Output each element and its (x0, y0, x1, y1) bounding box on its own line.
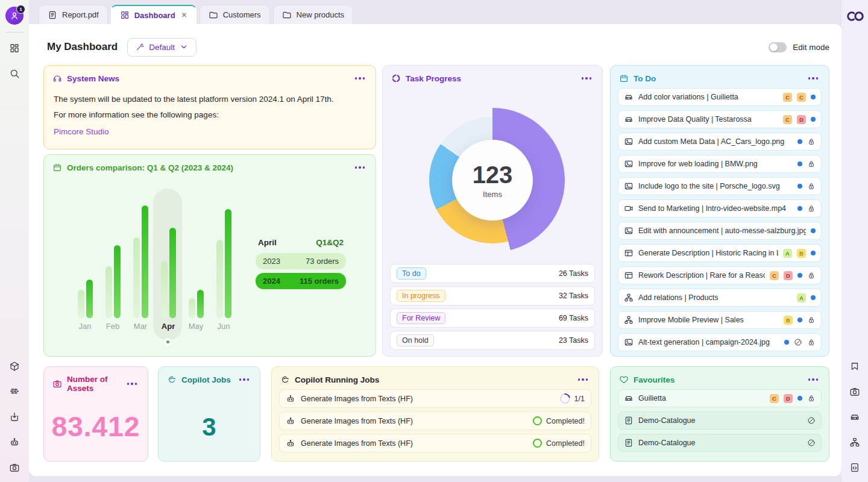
task-status-row-in-progress[interactable]: In progress32 Tasks (390, 286, 595, 305)
bar-2023 (161, 261, 168, 318)
video-icon (624, 204, 634, 213)
blocked-icon (794, 338, 802, 346)
rail-button-bookmark-icon[interactable] (848, 359, 862, 374)
task-status-row-to-do[interactable]: To do26 Tasks (390, 264, 595, 283)
card-menu-button[interactable] (579, 75, 594, 82)
tab-dashboard[interactable]: Dashboard✕ (111, 5, 197, 24)
list-item[interactable]: Rework Description | Rare for a Reason -… (618, 266, 822, 284)
status-dot-icon (797, 184, 802, 189)
card-menu-button[interactable] (353, 75, 368, 82)
todo-card: To Do Add color variations | GuiliettaCC… (610, 65, 829, 357)
status-badge: To do (397, 268, 426, 280)
pimcore-logo (845, 10, 864, 23)
bar-group-may[interactable] (189, 290, 204, 318)
dashboard-preset-button[interactable]: Default (127, 38, 197, 57)
rail-button-file-code-icon[interactable] (848, 460, 862, 475)
rail-button-import-icon[interactable] (7, 410, 22, 424)
tab-close-icon[interactable]: ✕ (181, 11, 187, 19)
bookmark-icon (849, 361, 860, 372)
bar-2024 (142, 205, 148, 318)
bar-group-feb[interactable] (105, 245, 121, 318)
list-item[interactable]: Generate Description | Historic Racing i… (618, 244, 822, 262)
grid-icon (9, 43, 20, 54)
list-item[interactable]: Include logo to the site | Porsche_logo.… (618, 177, 822, 195)
list-item[interactable]: Edit with announcement | auto-messe-salz… (618, 222, 822, 240)
list-item[interactable]: Add relations | ProductsA (618, 289, 822, 307)
item-text: Demo-Catalogue (638, 439, 802, 447)
letter-badge-D: D (784, 271, 793, 280)
rail-button-hierarchy-icon[interactable] (848, 435, 862, 449)
tab-new-products[interactable]: New products (273, 5, 353, 24)
running-job-row[interactable]: Generate Images from Texts (HF)Completed… (279, 434, 591, 452)
rail-button-search-icon[interactable] (7, 66, 22, 81)
rail-button-camera-icon[interactable] (7, 460, 22, 475)
image-icon (624, 137, 634, 146)
running-job-row[interactable]: Generate Images from Texts (HF)1/1 (279, 389, 591, 408)
lock-icon (807, 204, 816, 213)
list-item[interactable]: Send to Marketing | Intro-video-website.… (618, 199, 822, 218)
pimcore-studio-link[interactable]: Pimcore Studio (54, 124, 109, 140)
lock-icon (807, 394, 816, 402)
item-text: Add custom Meta Data | AC_Cars_logo.png (638, 137, 793, 146)
month-label-mar: Mar (126, 322, 155, 331)
hierarchy-icon (849, 437, 860, 448)
list-item[interactable]: GuiliettaCD (618, 389, 822, 407)
card-menu-button[interactable] (806, 376, 821, 383)
blocked-icon (807, 439, 816, 447)
list-item[interactable]: Demo-Catalogue (618, 412, 822, 430)
card-menu-button[interactable] (353, 164, 368, 171)
item-text: Guilietta (638, 394, 765, 402)
bar-group-mar[interactable] (133, 205, 148, 318)
task-status-row-on-hold[interactable]: On hold23 Tasks (390, 331, 595, 350)
list-item[interactable]: Improve Mobile Preview | SalesB (618, 311, 822, 329)
list-item[interactable]: Improve Data Quality | TestarossaCD (618, 110, 822, 128)
notification-badge: 1 (16, 5, 25, 14)
task-progress-card: Task Progress 123 Items To do26 TasksIn … (382, 65, 603, 357)
rail-button-grid-icon[interactable] (7, 41, 22, 55)
rail-button-bricks-icon[interactable] (7, 384, 22, 399)
edit-mode-toggle[interactable] (769, 42, 787, 52)
rail-button-car-icon[interactable] (848, 410, 862, 424)
card-menu-button[interactable] (806, 75, 821, 82)
task-status-row-for-review[interactable]: For Review69 Tasks (390, 308, 595, 328)
job-status-text: Completed! (546, 417, 585, 425)
user-avatar[interactable]: 1 (5, 7, 24, 25)
card-menu-button[interactable] (576, 376, 591, 383)
lock-icon (807, 271, 816, 280)
bar-group-jun[interactable] (216, 209, 231, 318)
card-title: Copilot Running Jobs (295, 375, 379, 384)
rail-button-camera-icon[interactable] (848, 384, 862, 399)
image-icon (624, 137, 634, 146)
card-menu-button[interactable] (125, 380, 140, 387)
running-job-row[interactable]: Generate Images from Texts (HF)Completed… (279, 412, 591, 430)
rail-button-cube-icon[interactable] (7, 359, 22, 374)
spinner-icon (558, 392, 572, 406)
card-menu-button[interactable] (237, 376, 252, 383)
bar-2024 (225, 209, 231, 318)
rail-button-robot-icon[interactable] (7, 435, 22, 449)
bar-2023 (105, 266, 112, 318)
item-text: Rework Description | Rare for a Reason - (638, 271, 765, 280)
bar-group-apr[interactable] (161, 228, 176, 318)
document-icon (48, 10, 57, 20)
list-item[interactable]: Add custom Meta Data | AC_Cars_logo.png (618, 133, 822, 151)
list-item[interactable]: Alt-text generation | campaign-2024.jpg (618, 333, 822, 351)
donut-total-label: Items (483, 190, 502, 199)
tab-customers[interactable]: Customers (200, 5, 270, 24)
status-badge: On hold (397, 334, 434, 346)
tab-report-pdf[interactable]: Report.pdf (39, 5, 108, 24)
success-circle-icon (533, 439, 542, 448)
tooltip-value: 115 orders (300, 277, 339, 286)
list-item[interactable]: Improve for web loading | BMW.png (618, 155, 822, 173)
doc-icon (624, 416, 634, 425)
bar-group-jan[interactable] (78, 280, 93, 318)
list-item[interactable]: Demo-Catalogue (618, 434, 822, 452)
blocked-icon (807, 416, 816, 425)
chart-tooltip: AprilQ1&Q2 202373 orders2024115 orders (256, 238, 346, 293)
card-title: Favourites (634, 375, 675, 384)
lock-icon (807, 204, 816, 213)
image-icon (624, 181, 634, 191)
list-item[interactable]: Add color variations | GuiliettaCC (618, 88, 822, 106)
job-status-text: 1/1 (574, 395, 585, 403)
calendar-icon (52, 163, 62, 172)
